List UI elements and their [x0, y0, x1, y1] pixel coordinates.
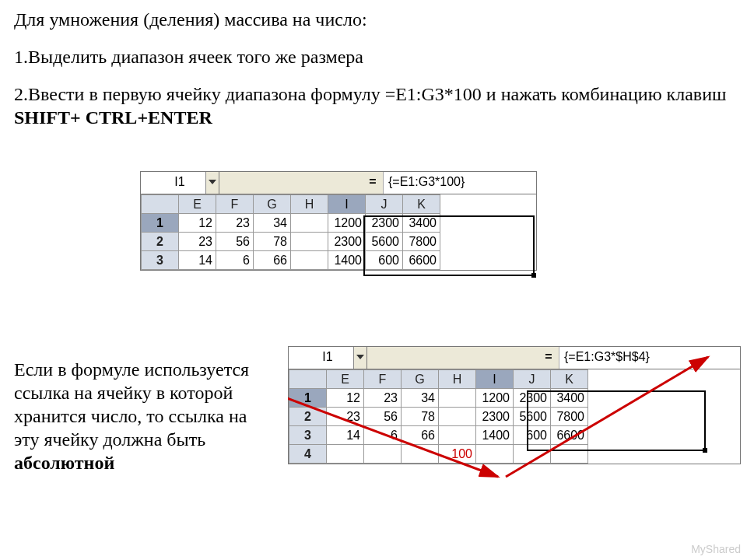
col-header[interactable]: I — [328, 195, 366, 214]
cell[interactable]: 2300 — [328, 233, 366, 251]
cell[interactable] — [327, 445, 364, 464]
cell[interactable]: 56 — [364, 408, 402, 426]
col-header[interactable]: F — [216, 195, 254, 214]
cell[interactable] — [364, 445, 402, 464]
row-header[interactable]: 4 — [289, 445, 327, 464]
cell[interactable]: 34 — [254, 214, 291, 233]
intro-line: Для умножения (деления) массива на число… — [14, 8, 733, 31]
cell[interactable]: 5600 — [514, 408, 551, 426]
cell[interactable]: 6600 — [403, 251, 440, 270]
cell[interactable] — [291, 251, 328, 270]
formula-input[interactable]: {=E1:G3*100} — [384, 172, 536, 194]
grid[interactable]: E F G H I J K 1 12 23 34 1200 2300 3400 … — [289, 369, 588, 464]
cell[interactable]: 23 — [327, 408, 364, 426]
row-header[interactable]: 2 — [142, 233, 179, 251]
cell[interactable] — [291, 233, 328, 251]
row-header[interactable]: 1 — [289, 389, 327, 408]
note-text: Если в формуле используется ссылка на яч… — [14, 359, 249, 450]
cell[interactable] — [439, 426, 476, 445]
formula-bar: I1 = {=E1:G3*$H$4} — [289, 347, 740, 369]
cell[interactable]: 1400 — [328, 251, 366, 270]
cell[interactable]: 3400 — [403, 214, 440, 233]
cell[interactable] — [291, 214, 328, 233]
cell-absolute-value[interactable]: 100 — [439, 445, 476, 464]
cell[interactable] — [439, 389, 476, 408]
cell[interactable]: 6 — [216, 251, 254, 270]
cell[interactable]: 2300 — [514, 389, 551, 408]
name-box[interactable]: I1 — [289, 347, 367, 369]
name-box-value: I1 — [174, 175, 184, 188]
cell[interactable]: 23 — [364, 389, 402, 408]
col-header[interactable]: H — [439, 370, 476, 389]
col-header[interactable]: H — [291, 195, 328, 214]
cell[interactable]: 66 — [402, 426, 439, 445]
equals-label: = — [363, 172, 384, 194]
cell[interactable]: 66 — [254, 251, 291, 270]
cell[interactable]: 1400 — [476, 426, 514, 445]
col-header[interactable]: G — [254, 195, 291, 214]
cell[interactable] — [476, 445, 514, 464]
cell[interactable]: 78 — [402, 408, 439, 426]
cell[interactable]: 7800 — [403, 233, 440, 251]
cell[interactable]: 6600 — [551, 426, 588, 445]
formula-bar: I1 = {=E1:G3*100} — [141, 172, 536, 194]
spreadsheet-2: I1 = {=E1:G3*$H$4} E F G H I J K 1 12 23… — [288, 346, 741, 464]
name-box-value: I1 — [322, 350, 332, 363]
cell[interactable]: 23 — [179, 233, 216, 251]
cell[interactable]: 7800 — [551, 408, 588, 426]
dropdown-icon[interactable] — [353, 347, 366, 369]
row-header[interactable]: 1 — [142, 214, 179, 233]
step-2-keys: SHIFT+ CTRL+ENTER — [14, 107, 212, 128]
cell[interactable]: 2300 — [476, 408, 514, 426]
name-box[interactable]: I1 — [141, 172, 219, 194]
col-header[interactable]: K — [403, 195, 440, 214]
col-header[interactable]: E — [327, 370, 364, 389]
cell[interactable] — [514, 445, 551, 464]
row-header[interactable]: 2 — [289, 408, 327, 426]
cell[interactable] — [551, 445, 588, 464]
col-header[interactable]: J — [366, 195, 403, 214]
cell[interactable]: 14 — [327, 426, 364, 445]
dropdown-icon[interactable] — [205, 172, 219, 194]
cell[interactable]: 6 — [364, 426, 402, 445]
cell[interactable]: 12 — [327, 389, 364, 408]
cell[interactable]: 600 — [514, 426, 551, 445]
col-header[interactable]: J — [514, 370, 551, 389]
col-header[interactable]: K — [551, 370, 588, 389]
step-2-text: 2.Ввести в первую ячейку диапазона форму… — [14, 84, 727, 104]
step-2: 2.Ввести в первую ячейку диапазона форму… — [14, 82, 733, 129]
cell[interactable]: 5600 — [366, 233, 403, 251]
row-header[interactable]: 3 — [142, 251, 179, 270]
grid[interactable]: E F G H I J K 1 12 23 34 1200 2300 3400 … — [141, 194, 440, 270]
cell[interactable]: 2300 — [366, 214, 403, 233]
cell[interactable]: 34 — [402, 389, 439, 408]
cell[interactable]: 14 — [179, 251, 216, 270]
watermark: MyShared — [691, 543, 741, 555]
col-header[interactable]: E — [179, 195, 216, 214]
col-header[interactable]: G — [402, 370, 439, 389]
cell[interactable]: 1200 — [476, 389, 514, 408]
select-all-corner[interactable] — [142, 195, 179, 214]
select-all-corner[interactable] — [289, 370, 327, 389]
cell[interactable]: 12 — [179, 214, 216, 233]
cell[interactable] — [439, 408, 476, 426]
cell[interactable]: 56 — [216, 233, 254, 251]
cell[interactable]: 3400 — [551, 389, 588, 408]
col-header[interactable]: F — [364, 370, 402, 389]
cell[interactable]: 600 — [366, 251, 403, 270]
row-header[interactable]: 3 — [289, 426, 327, 445]
absolute-ref-note: Если в формуле используется ссылка на яч… — [14, 358, 271, 474]
cell[interactable] — [402, 445, 439, 464]
cell[interactable]: 78 — [254, 233, 291, 251]
note-bold: абсолютной — [14, 453, 114, 473]
col-header[interactable]: I — [476, 370, 514, 389]
step-1: 1.Выделить диапазон ячеек того же размер… — [14, 45, 733, 68]
formula-input[interactable]: {=E1:G3*$H$4} — [559, 347, 740, 369]
cell[interactable]: 23 — [216, 214, 254, 233]
cell[interactable]: 1200 — [328, 214, 366, 233]
equals-label: = — [538, 347, 559, 369]
spreadsheet-1: I1 = {=E1:G3*100} E F G H I J K 1 12 23 … — [140, 171, 537, 271]
